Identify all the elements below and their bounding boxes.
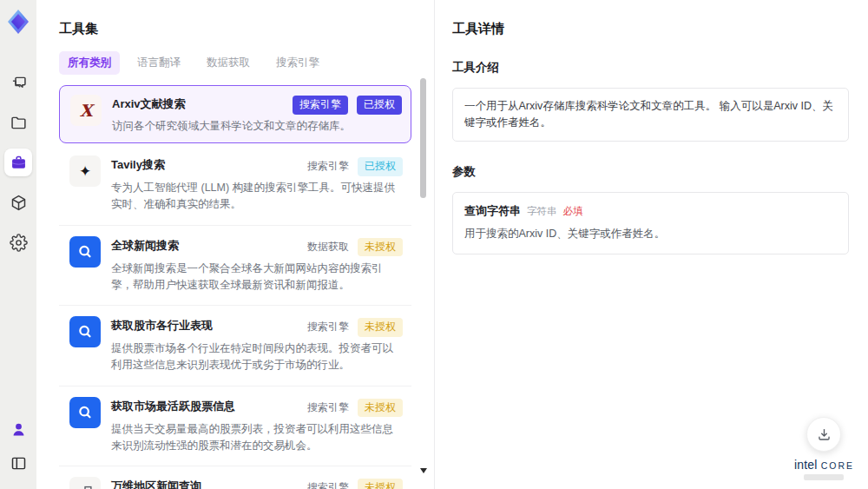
tool-name: 万维地区新闻查询 <box>111 477 201 489</box>
tool-body: 全球新闻搜索 数据获取 未授权 全球新闻搜索是一个聚合全球各大新闻网站内容的搜索… <box>111 236 403 294</box>
arxiv-x-glyph: X <box>80 101 93 120</box>
tool-badges: 搜索引擎 已授权 <box>293 96 402 115</box>
tool-name: Tavily搜索 <box>111 155 165 173</box>
nav-bottom <box>4 415 32 477</box>
cube-icon <box>10 194 28 212</box>
news-search-icon <box>69 236 101 268</box>
tool-head: 万维地区新闻查询 搜索引擎 未授权 <box>111 477 403 489</box>
magnifier-glyph <box>76 242 95 261</box>
tool-body: Tavily搜索 搜索引擎 已授权 专为人工智能代理 (LLM) 构建的搜索引擎… <box>111 155 403 213</box>
tool-badges: 搜索引擎 未授权 <box>307 398 403 418</box>
brand-core-text: CORE <box>821 460 854 471</box>
tab-data-fetch[interactable]: 数据获取 <box>198 51 259 75</box>
download-button[interactable] <box>806 417 841 452</box>
tool-card-regional-news[interactable]: 万维地区新闻查询 搜索引擎 未授权 查询具体行政区划内的新闻，快速了解各地新闻动 <box>59 466 411 489</box>
tool-card-global-news[interactable]: 全球新闻搜索 数据获取 未授权 全球新闻搜索是一个聚合全球各大新闻网站内容的搜索… <box>59 226 411 307</box>
tool-badges: 搜索引擎 已授权 <box>307 156 403 176</box>
sidebar-item-tools[interactable] <box>4 149 32 176</box>
tool-head: Arxiv文献搜索 搜索引擎 已授权 <box>112 95 402 115</box>
param-card: 查询字符串 字符串 必填 用于搜索的Arxiv ID、关键字或作者姓名。 <box>452 192 849 254</box>
sidebar-item-plugins[interactable] <box>4 188 32 216</box>
scrollbar-down-arrow[interactable] <box>420 468 427 473</box>
magnifier-glyph <box>76 322 95 341</box>
star-glyph: ✦ <box>79 164 91 179</box>
tool-head: 获取市场最活跃股票信息 搜索引擎 未授权 <box>111 397 403 418</box>
magnifier-glyph <box>76 403 95 422</box>
arxiv-chi-icon: X <box>70 95 102 126</box>
status-badge: 未授权 <box>358 479 403 489</box>
tab-all-categories[interactable]: 所有类别 <box>59 51 120 75</box>
building-news-icon <box>69 477 101 489</box>
nav-rail <box>0 0 36 489</box>
status-badge: 未授权 <box>358 399 403 418</box>
download-icon <box>816 426 832 443</box>
category-label: 搜索引擎 <box>307 317 349 337</box>
category-tabs: 所有类别 语言翻译 数据获取 搜索引擎 <box>59 51 418 75</box>
tool-head: Tavily搜索 搜索引擎 已授权 <box>111 155 403 176</box>
sidebar-item-chat[interactable] <box>4 69 32 96</box>
category-label: 数据获取 <box>307 237 349 257</box>
toolbox-icon <box>10 154 28 172</box>
nav-items <box>4 69 32 256</box>
status-badge: 未授权 <box>358 318 403 337</box>
params-heading: 参数 <box>452 164 849 180</box>
tool-card-active-stocks[interactable]: 获取市场最活跃股票信息 搜索引擎 未授权 提供当天交易量最高的股票列表，投资者可… <box>59 387 411 467</box>
param-head: 查询字符串 字符串 必填 <box>464 203 837 219</box>
tool-description: 访问各个研究领域大量科学论文和文章的存储库。 <box>112 118 402 135</box>
tool-description: 提供当天交易量最高的股票列表，投资者可以利用这些信息来识别流动性强的股票和潜在的… <box>111 421 403 454</box>
tool-intro-box: 一个用于从Arxiv存储库搜索科学论文和文章的工具。 输入可以是Arxiv ID… <box>452 88 849 142</box>
tool-list: X Arxiv文献搜索 搜索引擎 已授权 访问各个研究领域大量科学论文和文章的存… <box>59 85 411 489</box>
tool-name: 获取市场最活跃股票信息 <box>111 397 235 414</box>
tool-badges: 搜索引擎 未授权 <box>307 478 403 489</box>
tool-description: 提供股票市场各个行业在特定时间段内的表现。投资者可以利用这些信息来识别表现优于或… <box>111 340 403 373</box>
tool-list-panel: 工具集 所有类别 语言翻译 数据获取 搜索引擎 X Arxiv文献搜索 搜索引擎… <box>36 0 434 489</box>
tool-head: 全球新闻搜索 数据获取 未授权 <box>111 236 403 257</box>
user-avatar-button[interactable] <box>4 415 32 443</box>
tool-body: 获取股市各行业表现 搜索引擎 未授权 提供股票市场各个行业在特定时间段内的表现。… <box>111 316 403 373</box>
brand-sub-mark <box>804 474 844 480</box>
tool-head: 获取股市各行业表现 搜索引擎 未授权 <box>111 316 403 337</box>
param-name: 查询字符串 <box>464 203 521 219</box>
tool-description: 专为人工智能代理 (LLM) 构建的搜索引擎工具。可快速提供实时、准确和真实的结… <box>111 180 403 213</box>
tool-detail-panel: 工具详情 工具介绍 一个用于从Arxiv存储库搜索科学论文和文章的工具。 输入可… <box>434 0 868 489</box>
list-scrollbar[interactable] <box>420 78 426 466</box>
status-badge: 未授权 <box>358 238 403 257</box>
app-window: 工具集 所有类别 语言翻译 数据获取 搜索引擎 X Arxiv文献搜索 搜索引擎… <box>0 0 868 489</box>
sidebar-item-settings[interactable] <box>4 228 32 256</box>
tool-card-arxiv[interactable]: X Arxiv文献搜索 搜索引擎 已授权 访问各个研究领域大量科学论文和文章的存… <box>59 85 411 143</box>
sparkle-star-icon: ✦ <box>69 155 101 187</box>
sidebar-item-files[interactable] <box>4 109 32 136</box>
page-title: 工具集 <box>59 21 418 37</box>
category-badge: 搜索引擎 <box>293 96 348 115</box>
news-search-icon <box>69 316 101 347</box>
panel-toggle-button[interactable] <box>4 449 32 477</box>
tool-body: 万维地区新闻查询 搜索引擎 未授权 查询具体行政区划内的新闻，快速了解各地新闻动 <box>111 477 403 489</box>
tool-card-tavily[interactable]: ✦ Tavily搜索 搜索引擎 已授权 专为人工智能代理 (LLM) 构建的搜索… <box>59 145 411 226</box>
app-logo-icon <box>4 8 32 36</box>
tool-name: Arxiv文献搜索 <box>112 95 186 112</box>
folder-icon <box>10 114 28 132</box>
tool-badges: 搜索引擎 未授权 <box>307 317 403 337</box>
brand-intel-text: intel <box>794 458 818 472</box>
panel-toggle-icon <box>10 454 28 472</box>
intel-core-logo: intel CORE <box>794 458 854 472</box>
corner-widgets: intel CORE <box>794 417 854 480</box>
tool-description: 全球新闻搜索是一个聚合全球各大新闻网站内容的搜索引擎，帮助用户快速获取全球最新资… <box>111 261 403 294</box>
scrollbar-thumb[interactable] <box>420 78 426 198</box>
avatar-icon <box>10 420 28 439</box>
tool-badges: 数据获取 未授权 <box>307 237 403 257</box>
tool-card-sector-performance[interactable]: 获取股市各行业表现 搜索引擎 未授权 提供股票市场各个行业在特定时间段内的表现。… <box>59 306 411 387</box>
chat-icon <box>10 74 28 92</box>
category-label: 搜索引擎 <box>307 398 349 418</box>
tab-search-engine[interactable]: 搜索引擎 <box>267 51 328 75</box>
status-badge: 已授权 <box>358 157 403 176</box>
tool-name: 全球新闻搜索 <box>111 236 179 254</box>
tab-language-translation[interactable]: 语言翻译 <box>128 51 189 75</box>
building-glyph <box>76 483 95 489</box>
detail-title: 工具详情 <box>452 21 849 37</box>
param-required-label: 必填 <box>563 205 583 218</box>
news-search-icon <box>69 397 101 428</box>
param-description: 用于搜索的Arxiv ID、关键字或作者姓名。 <box>464 227 837 241</box>
tool-body: 获取市场最活跃股票信息 搜索引擎 未授权 提供当天交易量最高的股票列表，投资者可… <box>111 397 403 454</box>
category-label: 搜索引擎 <box>307 156 349 176</box>
